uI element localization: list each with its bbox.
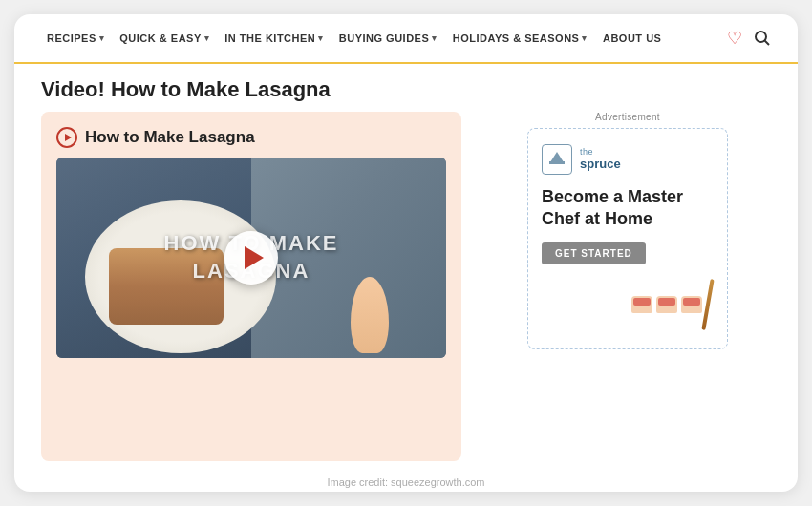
nav-items: RECIPES ▾ QUICK & EASY ▾ IN THE KITCHEN …	[41, 29, 727, 48]
nav-item-holidays-seasons[interactable]: HOLIDAYS & SEASONS ▾	[447, 29, 593, 48]
svg-line-1	[765, 41, 770, 46]
chevron-icon: ▾	[582, 33, 588, 43]
spruce-logo-icon	[542, 144, 572, 175]
content-row: How to Make Lasagna HOW TO MAKELASAGNA A…	[14, 112, 798, 471]
video-card-title: How to Make Lasagna	[56, 127, 446, 148]
video-card: How to Make Lasagna HOW TO MAKELASAGNA	[41, 112, 461, 461]
heart-icon[interactable]: ♡	[727, 28, 742, 49]
chevron-icon: ▾	[432, 33, 438, 43]
play-button[interactable]	[224, 231, 278, 285]
hand-decoration	[351, 277, 389, 353]
chevron-icon: ▾	[318, 33, 324, 43]
ad-label: Advertisement	[595, 112, 660, 122]
main-content: Video! How to Make Lasagna How to Make L…	[14, 64, 798, 492]
ad-headline: Become a Master Chef at Home	[542, 186, 714, 231]
svg-marker-3	[550, 152, 564, 162]
ad-column: Advertisement the spruce	[484, 112, 771, 461]
navigation: RECIPES ▾ QUICK & EASY ▾ IN THE KITCHEN …	[14, 14, 798, 64]
nav-item-about-us[interactable]: ABOUT US	[597, 29, 667, 48]
chevron-icon: ▾	[204, 33, 210, 43]
ad-cta-button[interactable]: GET STARTED	[542, 242, 646, 264]
search-icon[interactable]	[754, 30, 771, 47]
sushi-piece	[631, 296, 652, 313]
svg-point-0	[756, 32, 766, 42]
spruce-brand: the spruce	[580, 147, 621, 172]
nav-item-recipes[interactable]: RECIPES ▾	[41, 29, 110, 48]
chopsticks-icon	[701, 279, 714, 330]
nav-item-buying-guides[interactable]: BUYING GUIDES ▾	[333, 29, 443, 48]
chevron-icon: ▾	[99, 33, 105, 43]
video-thumbnail[interactable]: HOW TO MAKELASAGNA	[56, 158, 446, 358]
nav-icons: ♡	[727, 28, 771, 49]
image-credit: Image credit: squeezegrowth.com	[14, 471, 798, 492]
ad-card-header: the spruce	[542, 144, 714, 175]
food-decoration	[109, 248, 224, 325]
nav-item-in-the-kitchen[interactable]: IN THE KITCHEN ▾	[219, 29, 330, 48]
sushi-piece	[656, 296, 677, 313]
sushi-piece	[681, 296, 702, 313]
ad-illustration	[542, 276, 714, 333]
ad-card: the spruce Become a Master Chef at Home …	[527, 128, 728, 349]
page-title: Video! How to Make Lasagna	[14, 64, 798, 112]
page-wrapper: RECIPES ▾ QUICK & EASY ▾ IN THE KITCHEN …	[14, 14, 798, 492]
play-circle-icon	[56, 127, 77, 148]
nav-item-quick-easy[interactable]: QUICK & EASY ▾	[114, 29, 215, 48]
